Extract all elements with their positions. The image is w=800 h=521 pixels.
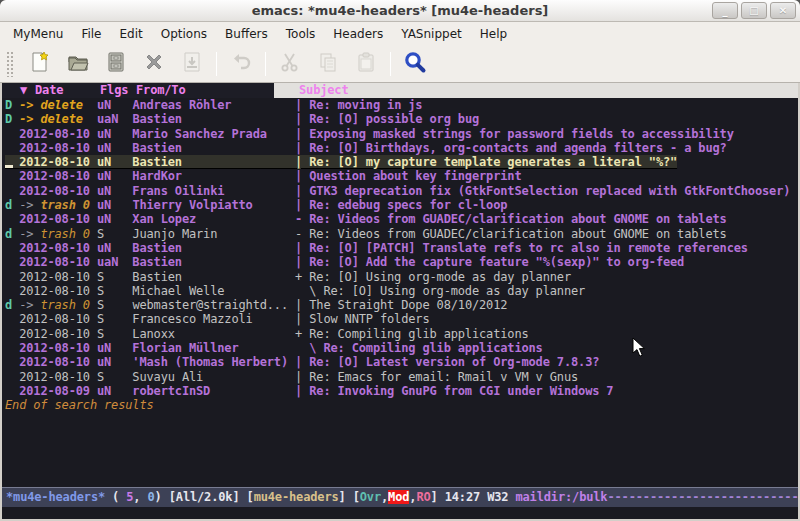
message-date: 2012-08-10 [19, 312, 97, 326]
message-from: Lanoxx [132, 327, 295, 341]
message-subject: | Re: [O] my capture template generates … [295, 155, 677, 169]
message-row[interactable]: 2012-08-10 uN Bastien | Re: [O] Birthday… [2, 141, 798, 155]
menu-bar: MyMenuFileEditOptionsBuffersToolsHeaders… [0, 22, 800, 46]
mode-line[interactable]: *mu4e-headers* ( 5, 0) [All/2.0k] [mu4e-… [2, 487, 798, 507]
dired-icon [104, 50, 128, 78]
message-row[interactable]: d -> trash 0 S Juanjo Marin - Re: Videos… [2, 227, 798, 241]
cut-icon [278, 50, 302, 78]
message-row[interactable]: 2012-08-10 uN Mario Sanchez Prada | Expo… [2, 127, 798, 141]
message-row[interactable]: 2012-08-10 uN Xan Lopez - Re: Videos fro… [2, 212, 798, 226]
new-file-icon [28, 50, 52, 78]
menu-options[interactable]: Options [152, 24, 216, 44]
message-row[interactable]: d -> trash 0 S webmaster@straightd... | … [2, 298, 798, 312]
menu-file[interactable]: File [72, 24, 110, 44]
message-row[interactable]: 2012-08-10 uN 'Mash (Thomas Herbert) | R… [2, 355, 798, 369]
sort-indicator-icon[interactable]: ▼ [20, 83, 27, 98]
maximize-button[interactable]: □ [741, 2, 767, 19]
column-flags[interactable]: Flgs [100, 83, 128, 98]
toolbar-separator [265, 52, 266, 76]
menu-buffers[interactable]: Buffers [216, 24, 277, 44]
end-of-search-results: End of search results [2, 398, 798, 412]
message-subject: | Re: Emacs for email: Rmail v VM v Gnus [295, 370, 578, 384]
message-flags: uaN [97, 255, 132, 269]
mark-flag [5, 169, 19, 183]
menu-tools[interactable]: Tools [277, 24, 325, 44]
column-from-to[interactable]: From/To [136, 83, 186, 98]
message-row[interactable]: 2012-08-10 S Francesco Mazzoli | Slow NN… [2, 312, 798, 326]
undo-button [222, 49, 260, 79]
message-flags: uN [97, 184, 132, 198]
message-row[interactable]: 2012-08-10 S Michael Welle \ Re: [O] Usi… [2, 284, 798, 298]
column-subject[interactable]: Subject [299, 83, 349, 98]
toolbar [0, 46, 800, 83]
message-row[interactable]: 2012-08-10 uN Bastien | Re: [O] [PATCH] … [2, 241, 798, 255]
message-row[interactable]: 2012-08-10 S Suvayu Ali | Re: Emacs for … [2, 370, 798, 384]
close-buffer-icon [142, 50, 166, 78]
mark-flag [5, 127, 19, 141]
message-flags: uN [97, 341, 132, 355]
message-date: 2012-08-10 [19, 284, 97, 298]
search-button[interactable] [396, 49, 434, 79]
menu-help[interactable]: Help [471, 24, 516, 44]
column-date[interactable]: Date [35, 83, 63, 98]
message-subject: | GTK3 deprecation fix (GtkFontSelection… [295, 184, 790, 198]
dired-button[interactable] [97, 49, 135, 79]
modeline-dash: ----------------------------------------… [607, 490, 798, 504]
copy-icon [316, 50, 340, 78]
message-flags: uN [97, 127, 132, 141]
message-flags: uN [97, 212, 132, 226]
message-date: 2012-08-10 [19, 169, 97, 183]
message-row[interactable]: d -> trash 0 uN Thierry Volpiatto | Re: … [2, 198, 798, 212]
new-file-button[interactable] [21, 49, 59, 79]
message-row[interactable]: D -> delete uN Andreas Röhler | Re: movi… [2, 98, 798, 112]
modeline-plain: ] 14:27 W32 [431, 490, 516, 504]
mark-target: delete [40, 98, 97, 112]
message-from: Bastien [132, 255, 295, 269]
message-row[interactable]: 2012-08-10 uaN Bastien | Re: [O] Add the… [2, 255, 798, 269]
message-row[interactable]: D -> delete uaN Bastien | Re: [O] possib… [2, 112, 798, 126]
titlebar[interactable]: emacs: *mu4e-headers* [mu4e-headers] _□✕ [0, 0, 800, 22]
menu-headers[interactable]: Headers [324, 24, 392, 44]
mark-arrow: -> [19, 112, 40, 126]
message-row[interactable]: 2012-08-09 uN robertcInSD | Re: Invoking… [2, 384, 798, 398]
message-from: Bastien [132, 141, 295, 155]
emacs-window: emacs: *mu4e-headers* [mu4e-headers] _□✕… [0, 0, 800, 521]
toolbar-drag-handle-icon[interactable] [6, 51, 15, 77]
message-date: 2012-08-10 [19, 212, 97, 226]
message-from: 'Mash (Thomas Herbert) [132, 355, 295, 369]
open-file-button[interactable] [59, 49, 97, 79]
menu-yasnippet[interactable]: YASnippet [392, 24, 471, 44]
message-date: 2012-08-10 [19, 141, 97, 155]
mark-flag: d [5, 298, 19, 312]
message-flags: uN [97, 98, 132, 112]
message-flags: S [97, 227, 132, 241]
mark-flag [5, 341, 19, 355]
message-from: Bastien [132, 270, 295, 284]
message-from: Suvayu Ali [132, 370, 295, 384]
message-row[interactable]: 2012-08-10 S Bastien + Re: [O] Using org… [2, 270, 798, 284]
modeline-dir: maildir:/bulk [515, 490, 607, 504]
message-row[interactable]: 2012-08-10 uN Frans Oilinki | GTK3 depre… [2, 184, 798, 198]
message-subject: | Re: edebug specs for cl-loop [295, 198, 507, 212]
message-row-current[interactable]: 2012-08-10 uN Bastien | Re: [O] my captu… [2, 155, 798, 169]
message-from: Xan Lopez [132, 212, 295, 226]
text-cursor [5, 165, 13, 168]
minimize-button[interactable]: _ [712, 2, 738, 19]
message-subject: | Re: [O] Birthdays, org-contacts and ag… [295, 141, 727, 155]
message-row[interactable]: 2012-08-10 uN Florian Müllner \ Re: Comp… [2, 341, 798, 355]
message-flags: S [97, 298, 132, 312]
menu-mymenu[interactable]: MyMenu [4, 24, 72, 44]
message-row[interactable]: 2012-08-10 S Lanoxx + Re: Compiling glib… [2, 327, 798, 341]
message-from: Michael Welle [132, 284, 295, 298]
modeline-ro: RO [416, 490, 430, 504]
toolbar-separator [216, 52, 217, 76]
message-row[interactable]: 2012-08-10 uN HardKor | Question about k… [2, 169, 798, 183]
message-from: Florian Müllner [132, 341, 295, 355]
message-subject: - Re: Videos from GUADEC/clarification a… [295, 212, 727, 226]
close-button[interactable]: ✕ [770, 2, 796, 19]
paste-button [347, 49, 385, 79]
menu-edit[interactable]: Edit [111, 24, 152, 44]
message-subject: + Re: Compiling glib applications [295, 327, 528, 341]
modeline-mod: Mod [388, 490, 409, 504]
close-buffer-button[interactable] [135, 49, 173, 79]
